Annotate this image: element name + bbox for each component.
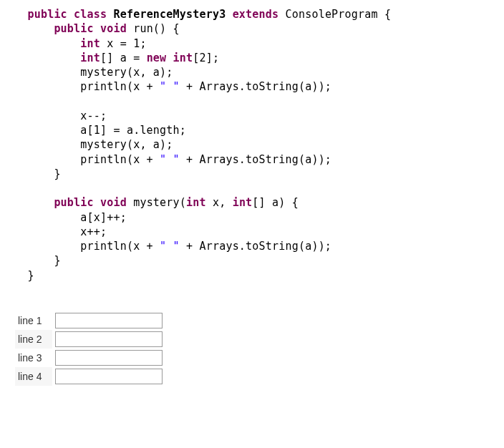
table-row: line 2 xyxy=(15,330,166,349)
kw: public void xyxy=(54,196,127,209)
code-text: [] a = xyxy=(100,52,147,64)
code-text: a[1] = a.length; xyxy=(80,124,186,137)
input-cell xyxy=(52,367,166,386)
answer-label: line 2 xyxy=(15,330,52,349)
code-text: mystery(x, a); xyxy=(80,138,173,151)
string-literal: " " xyxy=(160,80,180,93)
answer-label: line 1 xyxy=(15,311,52,330)
code-text: x--; xyxy=(80,109,107,122)
code-text: run() { xyxy=(127,22,180,35)
input-cell xyxy=(52,311,166,330)
line1-input[interactable] xyxy=(55,313,163,328)
code-text: println(x + xyxy=(80,80,160,93)
code-text: + Arrays.toString(a)); xyxy=(180,240,331,253)
kw: int xyxy=(233,196,253,209)
code-text: + Arrays.toString(a)); xyxy=(180,153,331,166)
answers-table: line 1 line 2 line 3 line 4 xyxy=(14,311,166,386)
code-text: [] a) { xyxy=(252,196,299,209)
code-block: public class ReferenceMystery3 extends C… xyxy=(14,7,490,283)
string-literal: " " xyxy=(160,240,180,253)
code-text: println(x + xyxy=(80,153,160,166)
kw: int xyxy=(80,52,100,64)
kw: int xyxy=(80,37,100,50)
code-text: x, xyxy=(206,196,233,209)
code-text: } xyxy=(54,167,60,180)
table-row: line 4 xyxy=(15,367,166,386)
table-row: line 3 xyxy=(15,349,166,367)
code-text: } xyxy=(27,269,34,282)
code-text: x++; xyxy=(80,225,107,238)
code-text: mystery( xyxy=(127,196,186,209)
code-text: } xyxy=(54,254,60,267)
kw: int xyxy=(186,196,206,209)
code-text: a[x]++; xyxy=(80,211,127,224)
input-cell xyxy=(52,349,166,367)
line3-input[interactable] xyxy=(55,350,163,366)
kw: public void xyxy=(54,22,127,35)
code-text: + Arrays.toString(a)); xyxy=(180,80,331,93)
code-text: [2]; xyxy=(193,52,219,64)
string-literal: " " xyxy=(160,153,180,166)
line4-input[interactable] xyxy=(55,369,163,384)
kw: public class xyxy=(27,8,107,21)
line2-input[interactable] xyxy=(55,331,163,347)
code-text: mystery(x, a); xyxy=(80,66,173,79)
kw: extends xyxy=(233,8,279,21)
table-row: line 1 xyxy=(15,311,166,330)
code-text: ConsoleProgram { xyxy=(278,8,391,21)
kw: new int xyxy=(147,52,193,64)
answer-label: line 4 xyxy=(15,367,52,386)
class-name: ReferenceMystery3 xyxy=(107,8,232,21)
code-text: println(x + xyxy=(80,240,160,253)
code-text: x = 1; xyxy=(100,37,147,50)
answer-label: line 3 xyxy=(15,349,52,367)
input-cell xyxy=(52,330,166,349)
